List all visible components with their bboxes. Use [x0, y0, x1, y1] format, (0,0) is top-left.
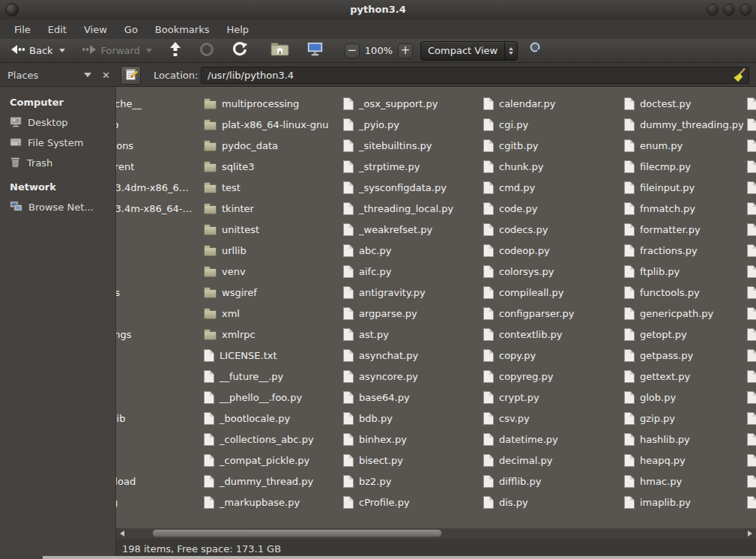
- file-item[interactable]: __future__.py: [204, 366, 328, 387]
- file-item[interactable]: cmd.py: [483, 177, 574, 198]
- file-item[interactable]: filecmp.py: [624, 156, 744, 177]
- file-item[interactable]: configparser.py: [483, 303, 574, 324]
- file-item[interactable]: codecs.py: [483, 219, 574, 240]
- file-item[interactable]: copyreg.py: [483, 366, 574, 387]
- file-item[interactable]: [747, 450, 756, 471]
- folder-item[interactable]: multiprocessing: [204, 93, 328, 114]
- file-item[interactable]: calendar.py: [483, 93, 574, 114]
- scroll-right-arrow-icon[interactable]: [748, 531, 752, 537]
- file-item[interactable]: datetime.py: [483, 429, 574, 450]
- file-item[interactable]: _dummy_thread.py: [204, 471, 328, 492]
- file-item[interactable]: _weakrefset.py: [343, 219, 453, 240]
- sidebar-item-file-system[interactable]: File System: [0, 133, 115, 153]
- file-item[interactable]: antigravity.py: [343, 282, 453, 303]
- file-item[interactable]: _bootlocale.py: [204, 408, 328, 429]
- file-item[interactable]: _sitebuiltins.py: [343, 135, 453, 156]
- file-item[interactable]: asyncore.py: [343, 366, 453, 387]
- file-item[interactable]: glob.py: [624, 387, 744, 408]
- sidebar-item-browse-net[interactable]: Browse Net...: [0, 197, 115, 217]
- location-input[interactable]: /usr/lib/python3.4: [201, 67, 749, 84]
- file-item[interactable]: [747, 135, 756, 156]
- refresh-button[interactable]: [228, 39, 252, 63]
- file-item[interactable]: [747, 408, 756, 429]
- folder-item[interactable]: sqlite3: [204, 156, 328, 177]
- file-item[interactable]: gettext.py: [624, 366, 744, 387]
- file-item[interactable]: aifc.py: [343, 261, 453, 282]
- file-item[interactable]: code.py: [483, 198, 574, 219]
- file-item[interactable]: ast.py: [343, 324, 453, 345]
- file-item[interactable]: [747, 93, 756, 114]
- file-item[interactable]: [747, 261, 756, 282]
- file-item[interactable]: cgitb.py: [483, 135, 574, 156]
- file-item[interactable]: gzip.py: [624, 408, 744, 429]
- folder-item[interactable]: urllib: [204, 240, 328, 261]
- sidebar-item-trash[interactable]: Trash: [0, 153, 115, 173]
- file-item[interactable]: asynchat.py: [343, 345, 453, 366]
- file-item[interactable]: _threading_local.py: [343, 198, 453, 219]
- file-item[interactable]: formatter.py: [624, 219, 744, 240]
- file-item[interactable]: LICENSE.txt: [204, 345, 328, 366]
- file-item[interactable]: cgi.py: [483, 114, 574, 135]
- file-item[interactable]: fnmatch.py: [624, 198, 744, 219]
- menu-file[interactable]: File: [7, 22, 37, 37]
- file-item[interactable]: [747, 492, 756, 513]
- file-item[interactable]: __phello__.foo.py: [204, 387, 328, 408]
- file-item[interactable]: hmac.py: [624, 471, 744, 492]
- file-item[interactable]: crypt.py: [483, 387, 574, 408]
- file-item[interactable]: abc.py: [343, 240, 453, 261]
- file-item[interactable]: [747, 387, 756, 408]
- clear-location-broom-icon[interactable]: [732, 67, 747, 86]
- file-item[interactable]: enum.py: [624, 135, 744, 156]
- file-item[interactable]: [747, 177, 756, 198]
- sidebar-item-desktop[interactable]: Desktop: [0, 112, 115, 133]
- file-item[interactable]: heapq.py: [624, 450, 744, 471]
- file-item[interactable]: [747, 471, 756, 492]
- file-item[interactable]: decimal.py: [483, 450, 574, 471]
- file-item[interactable]: [747, 366, 756, 387]
- file-item[interactable]: copy.py: [483, 345, 574, 366]
- file-item[interactable]: imaplib.py: [624, 492, 744, 513]
- folder-item[interactable]: plat-x86_64-linux-gnu: [204, 114, 328, 135]
- file-item[interactable]: csv.py: [483, 408, 574, 429]
- file-item[interactable]: _markupbase.py: [204, 492, 328, 513]
- file-item[interactable]: cProfile.py: [343, 492, 453, 513]
- file-item[interactable]: fractions.py: [624, 240, 744, 261]
- places-close-icon[interactable]: ✕: [102, 70, 110, 81]
- file-item[interactable]: [747, 219, 756, 240]
- file-item[interactable]: functools.py: [624, 282, 744, 303]
- file-item[interactable]: base64.py: [343, 387, 453, 408]
- edit-location-button[interactable]: [121, 66, 141, 85]
- file-item[interactable]: [747, 345, 756, 366]
- zoom-in-button[interactable]: +: [398, 43, 413, 58]
- file-item[interactable]: argparse.py: [343, 303, 453, 324]
- file-item[interactable]: genericpath.py: [624, 303, 744, 324]
- folder-item[interactable]: xmlrpc: [204, 324, 328, 345]
- file-item[interactable]: codeop.py: [483, 240, 574, 261]
- file-item[interactable]: _sysconfigdata.py: [343, 177, 453, 198]
- forward-button[interactable]: Forward: [78, 41, 156, 61]
- horizontal-scrollbar-thumb[interactable]: [152, 529, 442, 537]
- home-button[interactable]: [267, 40, 293, 61]
- scroll-left-arrow-icon[interactable]: [120, 531, 124, 537]
- file-item[interactable]: colorsys.py: [483, 261, 574, 282]
- folder-item[interactable]: wsgiref: [204, 282, 328, 303]
- close-button[interactable]: [740, 4, 752, 16]
- horizontal-scrollbar[interactable]: [116, 528, 756, 539]
- menu-go[interactable]: Go: [118, 22, 145, 37]
- folder-item[interactable]: test: [204, 177, 328, 198]
- up-button[interactable]: [165, 39, 186, 63]
- file-item[interactable]: getpass.py: [624, 345, 744, 366]
- file-item[interactable]: binhex.py: [343, 429, 453, 450]
- stop-button[interactable]: [195, 39, 219, 63]
- folder-item[interactable]: venv: [204, 261, 328, 282]
- zoom-out-button[interactable]: −: [345, 43, 360, 58]
- menu-help[interactable]: Help: [220, 22, 255, 37]
- file-item[interactable]: [747, 429, 756, 450]
- file-item[interactable]: _osx_support.py: [343, 93, 453, 114]
- desktop-button[interactable]: [302, 39, 328, 62]
- file-item[interactable]: _pyio.py: [343, 114, 453, 135]
- file-item[interactable]: _strptime.py: [343, 156, 453, 177]
- back-button[interactable]: Back: [6, 41, 69, 61]
- file-item[interactable]: dis.py: [483, 492, 574, 513]
- minimize-button[interactable]: [707, 4, 719, 16]
